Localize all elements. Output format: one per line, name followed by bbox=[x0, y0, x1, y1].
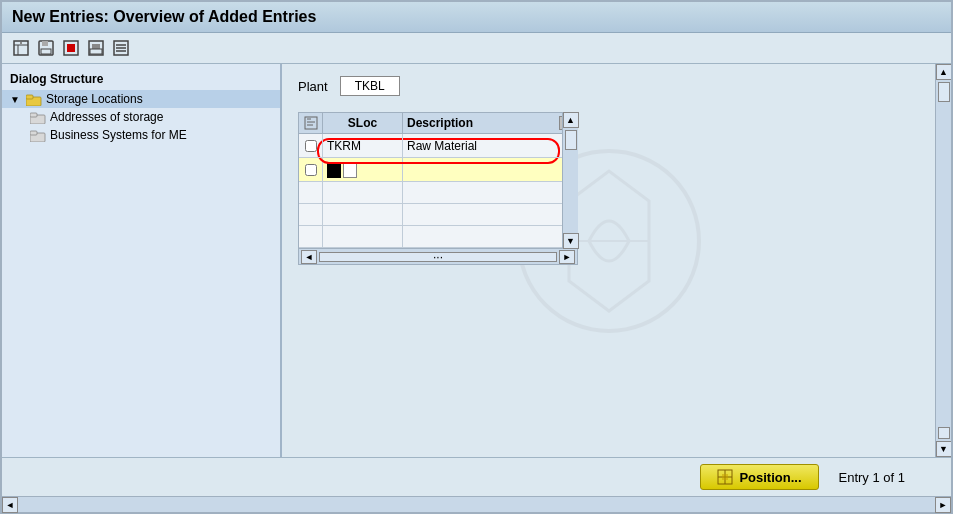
row-sloc-5 bbox=[323, 226, 403, 247]
row-select-4 bbox=[299, 204, 323, 225]
toolbar bbox=[2, 33, 951, 64]
svg-rect-30 bbox=[722, 474, 728, 480]
main-scroll-grip2[interactable] bbox=[938, 427, 950, 439]
table-wrapper: SLoc Description ⊞ TKRM bbox=[298, 112, 578, 265]
svg-rect-4 bbox=[42, 41, 48, 46]
folder-icon bbox=[26, 93, 42, 106]
row-description-2 bbox=[403, 158, 577, 181]
vscroll-track bbox=[563, 128, 578, 233]
row-desc-3 bbox=[403, 182, 577, 203]
sidebar-item-addresses[interactable]: Addresses of storage bbox=[2, 108, 280, 126]
row-sloc-3 bbox=[323, 182, 403, 203]
bottom-scroll-right-btn[interactable]: ► bbox=[935, 497, 951, 513]
main-scroll-down-btn[interactable]: ▼ bbox=[936, 441, 952, 457]
print-icon bbox=[87, 39, 105, 57]
folder-icon-addresses bbox=[30, 111, 46, 124]
vscroll-thumb[interactable] bbox=[565, 130, 577, 150]
cursor-block bbox=[327, 162, 341, 178]
data-table: SLoc Description ⊞ TKRM bbox=[298, 112, 578, 265]
row-sloc-4 bbox=[323, 204, 403, 225]
plant-value: TKBL bbox=[340, 76, 400, 96]
table-row-empty-5[interactable] bbox=[299, 226, 577, 248]
bottom-scroll-track bbox=[18, 497, 935, 512]
row-sloc-2 bbox=[323, 158, 403, 181]
hscroll-thumb[interactable]: ··· bbox=[319, 252, 557, 262]
hscroll-left-btn[interactable]: ◄ bbox=[301, 250, 317, 264]
main-scroll-up-btn[interactable]: ▲ bbox=[936, 64, 952, 80]
toolbar-undo-btn[interactable] bbox=[60, 37, 82, 59]
table-row-empty-3[interactable] bbox=[299, 182, 577, 204]
table-row-empty-4[interactable] bbox=[299, 204, 577, 226]
main-window: New Entries: Overview of Added Entries bbox=[0, 0, 953, 514]
row-checkbox-1[interactable] bbox=[305, 140, 317, 152]
row-description-1: Raw Material bbox=[403, 134, 577, 157]
edit-icon bbox=[12, 39, 30, 57]
page-title: New Entries: Overview of Added Entries bbox=[12, 8, 941, 26]
table-header: SLoc Description ⊞ bbox=[299, 113, 577, 134]
table-hscrollbar: ◄ ··· ► bbox=[299, 248, 577, 264]
folder-icon-business bbox=[30, 129, 46, 142]
vscroll-down-btn[interactable]: ▼ bbox=[563, 233, 579, 249]
table-row[interactable]: TKRM Raw Material bbox=[299, 134, 577, 158]
row-select-2[interactable] bbox=[299, 158, 323, 181]
svg-rect-16 bbox=[26, 95, 33, 99]
col-header-description: Description ⊞ bbox=[403, 113, 577, 133]
position-button-label: Position... bbox=[739, 470, 801, 485]
sidebar-item-business-systems[interactable]: Business Systems for ME bbox=[2, 126, 280, 144]
sidebar-item-business-label: Business Systems for ME bbox=[50, 128, 187, 142]
row-select-5 bbox=[299, 226, 323, 247]
svg-rect-20 bbox=[30, 131, 37, 135]
col-header-select bbox=[299, 113, 323, 133]
main-vscrollbar: ▲ ▼ bbox=[935, 64, 951, 457]
svg-rect-10 bbox=[90, 49, 102, 54]
sidebar-item-storage-locations[interactable]: ▼ Storage Locations bbox=[2, 90, 280, 108]
row-desc-4 bbox=[403, 204, 577, 225]
col-header-sloc: SLoc bbox=[323, 113, 403, 133]
bottom-scrollbar: ◄ ► bbox=[2, 496, 951, 512]
row-checkbox-2[interactable] bbox=[305, 164, 317, 176]
sidebar: Dialog Structure ▼ Storage Locations Add… bbox=[2, 64, 282, 457]
select-all-icon bbox=[304, 116, 318, 130]
table-row-editing[interactable] bbox=[299, 158, 577, 182]
toolbar-edit-btn[interactable] bbox=[10, 37, 32, 59]
sidebar-item-storage-locations-label: Storage Locations bbox=[46, 92, 143, 106]
row-sloc-1: TKRM bbox=[323, 134, 403, 157]
vscroll-up-btn[interactable]: ▲ bbox=[563, 112, 579, 128]
svg-rect-7 bbox=[67, 44, 75, 52]
main-scroll-thumb[interactable] bbox=[938, 82, 950, 102]
sidebar-title: Dialog Structure bbox=[2, 68, 280, 90]
content-area: Dialog Structure ▼ Storage Locations Add… bbox=[2, 64, 951, 457]
svg-rect-5 bbox=[41, 49, 51, 54]
toolbar-print-btn[interactable] bbox=[85, 37, 107, 59]
save-icon bbox=[37, 39, 55, 57]
position-button[interactable]: Position... bbox=[700, 464, 818, 490]
row-select-1[interactable] bbox=[299, 134, 323, 157]
svg-rect-9 bbox=[92, 44, 100, 49]
hscroll-right-btn[interactable]: ► bbox=[559, 250, 575, 264]
bottom-scroll-left-btn[interactable]: ◄ bbox=[2, 497, 18, 513]
toolbar-save-btn[interactable] bbox=[35, 37, 57, 59]
plant-label: Plant bbox=[298, 79, 328, 94]
plant-row: Plant TKBL bbox=[298, 76, 919, 96]
edit-indicator bbox=[343, 162, 357, 178]
row-select-3 bbox=[299, 182, 323, 203]
action-bar: Position... Entry 1 of 1 bbox=[2, 457, 951, 496]
table-vscrollbar: ▲ ▼ bbox=[562, 112, 578, 249]
entry-info: Entry 1 of 1 bbox=[839, 470, 905, 485]
undo-icon bbox=[62, 39, 80, 57]
tree-expand-arrow: ▼ bbox=[10, 94, 20, 105]
row-desc-5 bbox=[403, 226, 577, 247]
list-icon bbox=[112, 39, 130, 57]
svg-rect-18 bbox=[30, 113, 37, 117]
sidebar-item-addresses-label: Addresses of storage bbox=[50, 110, 163, 124]
position-icon bbox=[717, 469, 733, 485]
main-panel: Plant TKBL bbox=[282, 64, 935, 457]
main-scroll-track bbox=[936, 80, 951, 441]
toolbar-list-btn[interactable] bbox=[110, 37, 132, 59]
title-bar: New Entries: Overview of Added Entries bbox=[2, 2, 951, 33]
